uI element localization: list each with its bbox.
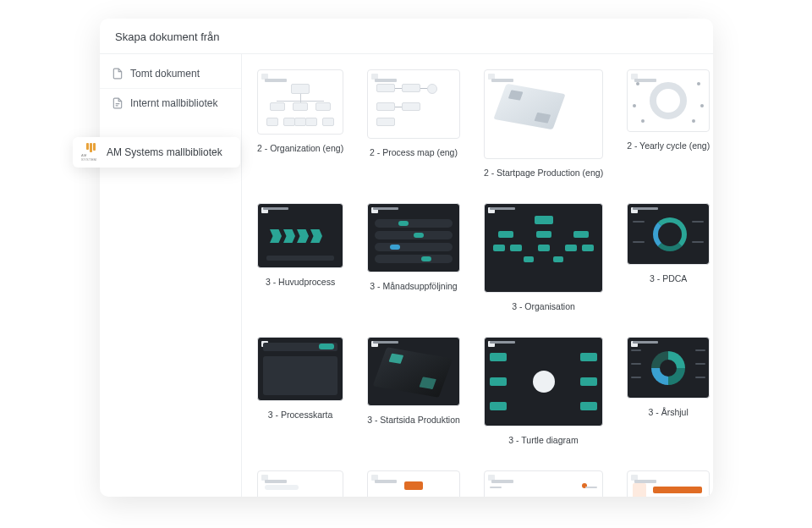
template-label: 3 - PDCA (650, 273, 687, 283)
template-card-organisation[interactable]: 3 - Organisation (484, 203, 603, 311)
template-card-turtle-diagram[interactable]: 3 - Turtle diagram (484, 337, 603, 445)
template-card-partial-1[interactable] (257, 470, 343, 497)
template-card-pdca[interactable]: 3 - PDCA (627, 203, 710, 311)
template-label: 3 - Månadsuppföljning (370, 281, 457, 291)
template-card-arshjul[interactable]: 3 - Årshjul (627, 337, 710, 445)
document-lines-icon (112, 97, 123, 109)
sidebar-item-internal-templates[interactable]: Internt mallbibliotek (100, 89, 241, 118)
template-label: 2 - Yearly cycle (eng) (627, 140, 710, 151)
template-thumbnail (367, 470, 460, 497)
template-thumbnail (627, 203, 710, 266)
template-thumbnail (627, 470, 710, 497)
template-label: 3 - Huvudprocess (266, 277, 335, 287)
template-thumbnail (627, 69, 710, 132)
template-card-manadsuppfoljning[interactable]: 3 - Månadsuppföljning (367, 203, 460, 311)
template-card-partial-3[interactable] (484, 470, 603, 497)
template-thumbnail (627, 337, 710, 399)
template-label: 2 - Startpage Production (eng) (484, 168, 603, 178)
template-thumbnail (367, 203, 460, 272)
dialog-body: Tomt dokument Internt mallbibliotek (100, 54, 713, 497)
template-card-startpage-production[interactable]: 2 - Startpage Production (eng) (484, 69, 603, 178)
template-thumbnail (257, 337, 343, 402)
template-thumbnail (257, 69, 343, 135)
template-card-processkarta[interactable]: 3 - Processkarta (257, 337, 343, 445)
template-card-yearly-cycle[interactable]: 2 - Yearly cycle (eng) (627, 69, 710, 178)
dialog-title: Skapa dokument från (100, 19, 713, 54)
template-label: 3 - Processkarta (268, 410, 332, 420)
template-label: 3 - Startsida Produktion (367, 415, 460, 425)
template-grid: 2 - Organization (eng) 2 - Process map (… (257, 69, 698, 497)
template-thumbnail (367, 337, 460, 406)
template-card-process-map[interactable]: 2 - Process map (eng) (367, 69, 460, 178)
template-label: 3 - Årshjul (649, 407, 689, 417)
template-gallery: 2 - Organization (eng) 2 - Process map (… (242, 54, 713, 497)
template-card-partial-4[interactable] (627, 470, 710, 497)
template-label: 2 - Organization (eng) (257, 143, 343, 153)
sidebar-item-label: Internt mallbibliotek (130, 97, 217, 109)
template-card-partial-2[interactable] (367, 470, 460, 497)
template-label: 3 - Organisation (512, 301, 575, 311)
sidebar-item-label: AM Systems mallbibliotek (107, 146, 222, 158)
template-thumbnail (257, 203, 343, 268)
template-thumbnail (367, 69, 460, 139)
template-label: 3 - Turtle diagram (508, 435, 578, 445)
sidebar-item-label: Tomt dokument (130, 68, 200, 80)
template-label: 2 - Process map (eng) (370, 147, 458, 157)
template-thumbnail (484, 470, 603, 497)
template-thumbnail (257, 470, 343, 497)
document-blank-icon (112, 68, 123, 80)
create-document-dialog: Skapa dokument från Tomt dokument I (100, 19, 713, 497)
template-card-huvudprocess[interactable]: 3 - Huvudprocess (257, 203, 343, 311)
template-thumbnail (484, 203, 603, 293)
template-thumbnail (484, 69, 603, 159)
template-card-organization[interactable]: 2 - Organization (eng) (257, 69, 343, 178)
sidebar-item-blank-document[interactable]: Tomt dokument (100, 59, 241, 89)
source-sidebar: Tomt dokument Internt mallbibliotek (100, 54, 242, 497)
template-thumbnail (484, 337, 603, 426)
am-systems-logo-subtext: AM SYSTEM (81, 153, 100, 162)
am-systems-logo-icon: AM SYSTEM (81, 143, 100, 162)
sidebar-item-am-systems-templates[interactable]: AM SYSTEM AM Systems mallbibliotek (73, 137, 240, 168)
template-card-startsida-produktion[interactable]: 3 - Startsida Produktion (367, 337, 460, 445)
